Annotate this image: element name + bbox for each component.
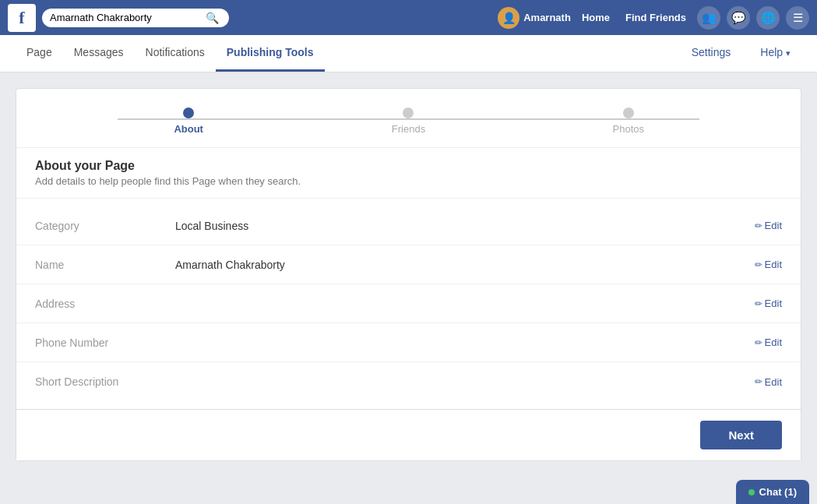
step-label-photos: Photos bbox=[613, 123, 644, 135]
pencil-icon-phone: ✏ bbox=[755, 337, 762, 348]
tab-publishing-tools[interactable]: Publishing Tools bbox=[216, 35, 325, 72]
tab-notifications[interactable]: Notifications bbox=[135, 35, 216, 72]
edit-address-button[interactable]: ✏ Edit bbox=[755, 298, 782, 309]
pencil-icon-address: ✏ bbox=[755, 298, 762, 309]
field-label-description: Short Description bbox=[35, 375, 175, 388]
field-label-name: Name bbox=[35, 259, 175, 271]
about-header: About your Page Add details to help peop… bbox=[16, 147, 801, 198]
field-row-address: Address ✏ Edit bbox=[16, 284, 801, 323]
edit-address-label: Edit bbox=[765, 298, 782, 309]
top-nav: f 🔍 👤 Amarnath Home Find Friends 👥 💬 🌐 ☰ bbox=[0, 0, 817, 35]
field-row-name: Name Amarnath Chakraborty ✏ Edit bbox=[16, 245, 801, 284]
edit-name-label: Edit bbox=[765, 259, 782, 270]
edit-category-label: Edit bbox=[765, 220, 782, 231]
nav-user[interactable]: 👤 Amarnath bbox=[498, 7, 571, 29]
field-value-category: Local Business bbox=[175, 220, 755, 232]
edit-description-button[interactable]: ✏ Edit bbox=[755, 376, 782, 388]
field-label-address: Address bbox=[35, 298, 175, 310]
about-title: About your Page bbox=[35, 159, 782, 173]
step-label-about: About bbox=[174, 123, 203, 135]
tab-settings[interactable]: Settings bbox=[681, 35, 742, 72]
search-button[interactable]: 🔍 bbox=[206, 12, 219, 24]
find-friends-link[interactable]: Find Friends bbox=[621, 9, 691, 26]
page-tab-bar: Page Messages Notifications Publishing T… bbox=[0, 35, 817, 72]
menu-icon[interactable]: ☰ bbox=[786, 6, 809, 30]
chat-bubble[interactable]: Chat (1) bbox=[736, 480, 809, 504]
messages-icon[interactable]: 💬 bbox=[727, 6, 750, 30]
step-dot-about bbox=[183, 107, 194, 118]
step-dot-photos bbox=[623, 107, 634, 118]
wizard-container: About Friends Photos About your Page Add… bbox=[16, 88, 801, 461]
search-input[interactable] bbox=[50, 12, 206, 23]
edit-phone-button[interactable]: ✏ Edit bbox=[755, 337, 782, 348]
wizard-steps: About Friends Photos bbox=[16, 89, 801, 147]
wizard-step-friends: Friends bbox=[298, 107, 518, 135]
next-button[interactable]: Next bbox=[700, 421, 782, 449]
pencil-icon-category: ✏ bbox=[755, 220, 762, 231]
avatar: 👤 bbox=[498, 7, 519, 29]
tab-right-group: Settings Help ▾ bbox=[681, 35, 801, 72]
username-label: Amarnath bbox=[523, 12, 571, 23]
tab-help[interactable]: Help ▾ bbox=[749, 35, 801, 72]
facebook-logo: f bbox=[8, 4, 36, 32]
chat-label: Chat (1) bbox=[759, 486, 797, 498]
wizard-step-photos: Photos bbox=[519, 107, 738, 135]
search-bar[interactable]: 🔍 bbox=[42, 9, 229, 27]
edit-description-label: Edit bbox=[765, 376, 782, 388]
edit-category-button[interactable]: ✏ Edit bbox=[755, 220, 782, 231]
main-content: About Friends Photos About your Page Add… bbox=[0, 72, 817, 504]
tab-page[interactable]: Page bbox=[16, 35, 63, 72]
bottom-bar: Next bbox=[16, 409, 801, 460]
nav-right: 👤 Amarnath Home Find Friends 👥 💬 🌐 ☰ bbox=[498, 6, 809, 30]
edit-phone-label: Edit bbox=[765, 337, 782, 348]
pencil-icon-name: ✏ bbox=[755, 259, 762, 270]
field-row-phone: Phone Number ✏ Edit bbox=[16, 323, 801, 362]
fields-section: Category Local Business ✏ Edit Name Amar… bbox=[16, 198, 801, 409]
field-label-category: Category bbox=[35, 220, 175, 232]
globe-icon[interactable]: 🌐 bbox=[756, 6, 780, 30]
wizard-step-about: About bbox=[79, 107, 298, 135]
field-label-phone: Phone Number bbox=[35, 337, 175, 349]
field-row-description: Short Description ✏ Edit bbox=[16, 362, 801, 401]
home-link[interactable]: Home bbox=[577, 9, 615, 26]
about-description: Add details to help people find this Pag… bbox=[35, 175, 782, 187]
help-dropdown-arrow: ▾ bbox=[786, 48, 791, 58]
pencil-icon-description: ✏ bbox=[755, 376, 762, 387]
step-dot-friends bbox=[403, 107, 414, 118]
chat-online-dot bbox=[748, 489, 755, 495]
field-row-category: Category Local Business ✏ Edit bbox=[16, 206, 801, 245]
step-label-friends: Friends bbox=[392, 123, 425, 135]
field-value-name: Amarnath Chakraborty bbox=[175, 259, 755, 271]
tab-messages[interactable]: Messages bbox=[63, 35, 135, 72]
friends-icon[interactable]: 👥 bbox=[697, 6, 720, 30]
edit-name-button[interactable]: ✏ Edit bbox=[755, 259, 782, 270]
